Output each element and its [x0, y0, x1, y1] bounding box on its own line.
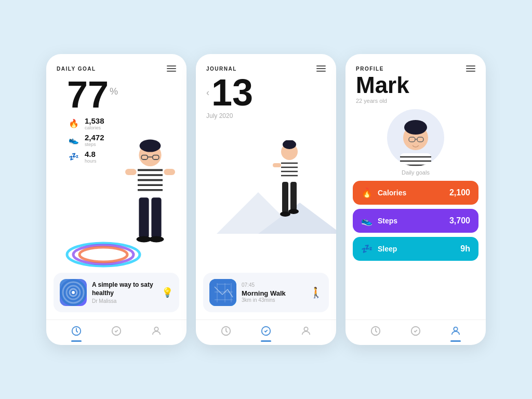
screen3-label: PROFILE — [356, 66, 384, 72]
screen1-menu[interactable] — [167, 65, 176, 72]
steps-goal-icon: 👟 — [361, 215, 373, 227]
recommendation-card[interactable]: A simple way to saty healthy Dr Malissa … — [54, 273, 179, 312]
svg-point-58 — [404, 120, 427, 135]
svg-rect-17 — [151, 197, 161, 238]
card-content: A simple way to saty healthy Dr Malissa — [92, 281, 156, 304]
steps-icon: 👟 — [67, 134, 81, 147]
svg-point-24 — [72, 291, 75, 294]
map-thumbnail — [209, 279, 236, 306]
card-thumbnail — [60, 279, 87, 306]
svg-rect-15 — [164, 169, 175, 175]
screen2-menu[interactable] — [316, 65, 326, 72]
screen3-topbar: PROFILE — [345, 54, 486, 72]
daily-goal-screen: DAILY GOAL 77% 🔥 1,538 calories 👟 — [46, 54, 187, 345]
activity-distance: 3km in 43mins — [242, 297, 286, 303]
character-area — [57, 164, 187, 268]
journal-character — [269, 140, 310, 234]
screen2-label: JOURNAL — [206, 66, 237, 72]
date-row: ‹ 13 — [196, 72, 336, 111]
calories-stat: 🔥 1,538 calories — [67, 116, 176, 130]
svg-rect-16 — [139, 197, 149, 238]
svg-point-4 — [140, 140, 161, 152]
svg-point-68 — [454, 327, 457, 331]
svg-rect-43 — [209, 279, 236, 306]
nav-check[interactable] — [111, 325, 122, 337]
nav-history-2[interactable] — [220, 325, 232, 337]
journal-activity-card[interactable]: 07:45 Morning Walk 3km in 43mins 🚶 — [203, 273, 329, 312]
steps-goal[interactable]: 👟 Steps 3,700 — [353, 209, 478, 233]
activity-name: Morning Walk — [242, 289, 286, 297]
walk-icon: 🚶 — [310, 286, 323, 299]
activity-info: 07:45 Morning Walk 3km in 43mins — [242, 282, 286, 303]
screen1-topbar: DAILY GOAL — [46, 54, 187, 72]
nav-check-2[interactable] — [260, 325, 272, 337]
svg-rect-40 — [290, 182, 297, 210]
activity-time: 07:45 — [242, 282, 286, 288]
month-label: July 2020 — [196, 112, 336, 119]
sleep-goal-icon: 💤 — [361, 243, 373, 255]
sleep-label: hours — [85, 158, 97, 164]
daily-goal-number: 77% — [57, 76, 187, 113]
svg-point-42 — [288, 209, 299, 214]
nav-history[interactable] — [71, 325, 82, 337]
nav-profile-2[interactable] — [300, 325, 312, 337]
steps-label: steps — [85, 142, 104, 147]
prev-date-button[interactable]: ‹ — [206, 87, 209, 98]
sleep-goal-value: 9h — [460, 244, 470, 254]
screens-container: DAILY GOAL 77% 🔥 1,538 calories 👟 — [46, 54, 486, 345]
screen2-topbar: JOURNAL — [196, 54, 336, 72]
steps-goal-value: 3,700 — [449, 216, 470, 225]
calories-icon: 🔥 — [67, 117, 81, 130]
nav-check-3[interactable] — [410, 325, 421, 337]
screen1-label: DAILY GOAL — [57, 66, 96, 72]
calories-label: calories — [85, 125, 104, 130]
sleep-goal-label: Sleep — [378, 245, 455, 253]
profile-screen: PROFILE Mark 22 years old — [345, 54, 486, 345]
sleep-icon: 💤 — [67, 150, 81, 164]
avatar — [387, 109, 444, 166]
svg-rect-8 — [138, 166, 163, 197]
svg-point-19 — [149, 236, 164, 243]
screen3-nav — [345, 320, 486, 345]
nav-history-3[interactable] — [370, 325, 381, 337]
nav-profile[interactable] — [151, 325, 162, 337]
screen2-nav — [196, 320, 336, 345]
screen1-hero: 77% 🔥 1,538 calories 👟 2,472 steps — [46, 74, 187, 268]
avatar-illustration — [387, 109, 444, 166]
mountain-bg — [196, 177, 336, 239]
bulb-icon: 💡 — [162, 287, 173, 298]
sleep-goal[interactable]: 💤 Sleep 9h — [353, 237, 478, 261]
calories-goal-value: 2,100 — [449, 188, 470, 197]
avatar-container — [345, 109, 486, 166]
profile-name: Mark — [345, 72, 486, 97]
calories-value: 1,538 — [85, 116, 104, 125]
sleep-value: 4.8 — [85, 150, 97, 158]
screen3-menu[interactable] — [466, 65, 475, 72]
svg-point-55 — [304, 327, 308, 331]
svg-rect-14 — [125, 169, 137, 175]
steps-value: 2,472 — [85, 133, 104, 142]
calories-goal-label: Calories — [378, 189, 444, 197]
goals-list: 🔥 Calories 2,100 👟 Steps 3,700 💤 Sleep 9… — [345, 181, 486, 268]
card-title: A simple way to saty healthy — [92, 281, 156, 297]
calories-goal-icon: 🔥 — [361, 187, 373, 198]
journal-char-area — [196, 119, 336, 239]
journal-date: 13 — [211, 74, 253, 111]
calories-goal[interactable]: 🔥 Calories 2,100 — [353, 181, 478, 205]
journal-screen: JOURNAL ‹ 13 July 2020 — [196, 54, 336, 345]
svg-rect-62 — [400, 153, 431, 166]
daily-goals-label: Daily goals — [345, 169, 486, 176]
svg-rect-38 — [273, 163, 281, 167]
nav-profile-3[interactable] — [450, 325, 461, 337]
profile-age: 22 years old — [345, 97, 486, 104]
svg-rect-39 — [282, 182, 288, 213]
steps-goal-label: Steps — [378, 217, 444, 225]
character-illustration — [119, 138, 181, 262]
card-subtitle: Dr Malissa — [92, 298, 156, 304]
screen1-nav — [46, 320, 187, 345]
svg-point-27 — [154, 327, 158, 331]
